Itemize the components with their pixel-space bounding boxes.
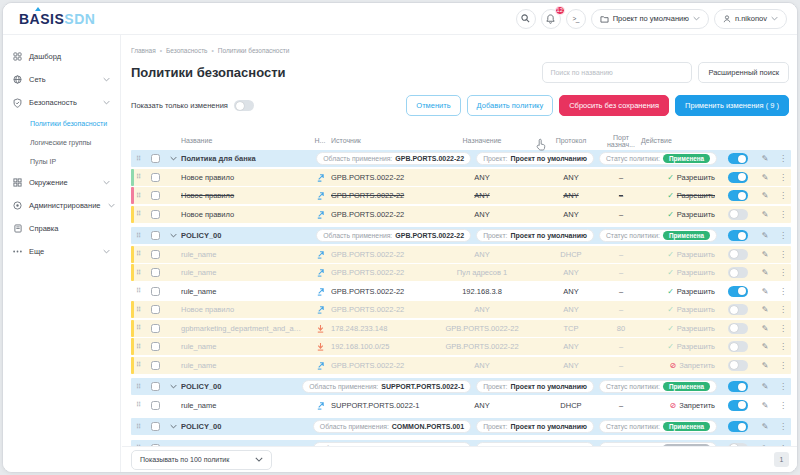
drag-handle[interactable]: ⠿ [131, 232, 145, 240]
breadcrumb-home[interactable]: Главная [131, 47, 156, 54]
row-enable-toggle[interactable] [728, 209, 748, 220]
sidebar-subitem-3-2[interactable]: Логические группы [3, 133, 120, 152]
row-enable-toggle[interactable] [728, 304, 748, 315]
row-menu-icon[interactable]: ⋮ [775, 268, 791, 277]
show-changes-toggle[interactable] [234, 100, 254, 111]
edit-pencil-icon[interactable]: ✎ [755, 324, 775, 333]
expand-chevron-icon[interactable] [165, 156, 181, 161]
sidebar-subitem-3-3[interactable]: Пулы IP [3, 152, 120, 171]
column-header-source[interactable]: Источник [331, 137, 423, 144]
sidebar-item-5[interactable]: Администрирование [3, 194, 120, 217]
column-header-destination[interactable]: Назначение [423, 137, 541, 144]
row-menu-icon[interactable]: ⋮ [775, 342, 791, 351]
row-checkbox[interactable] [151, 191, 160, 200]
row-enable-toggle[interactable] [728, 249, 748, 260]
row-menu-icon[interactable]: ⋮ [775, 324, 791, 333]
edit-pencil-icon[interactable]: ✎ [755, 173, 775, 182]
project-selector[interactable]: Проект по умолчанию [591, 9, 709, 29]
row-menu-icon[interactable]: ⋮ [775, 382, 791, 391]
notifications-button[interactable]: 12 [541, 9, 561, 29]
edit-pencil-icon[interactable]: ✎ [755, 154, 775, 163]
row-menu-icon[interactable]: ⋮ [775, 305, 791, 314]
user-menu[interactable]: n.nikonov [714, 9, 787, 29]
row-checkbox[interactable] [151, 287, 160, 296]
edit-pencil-icon[interactable]: ✎ [755, 342, 775, 351]
sidebar-item-2[interactable]: Сеть [3, 68, 120, 91]
row-enable-toggle[interactable] [728, 381, 748, 392]
row-enable-toggle[interactable] [728, 286, 748, 297]
edit-pencil-icon[interactable]: ✎ [755, 231, 775, 240]
search-input[interactable] [542, 62, 692, 83]
edit-pencil-icon[interactable]: ✎ [755, 382, 775, 391]
row-menu-icon[interactable]: ⋮ [775, 231, 791, 240]
column-header-name[interactable]: Название [181, 137, 309, 144]
apply-button[interactable]: Применить изменения ( 9 ) [675, 95, 789, 116]
drag-handle[interactable]: ⠿ [131, 383, 145, 391]
drag-handle[interactable]: ⠿ [131, 423, 145, 431]
row-checkbox[interactable] [151, 268, 160, 277]
cancel-button[interactable]: Отменить [406, 95, 460, 116]
row-checkbox[interactable] [151, 231, 160, 240]
edit-pencil-icon[interactable]: ✎ [755, 305, 775, 314]
drag-handle[interactable]: ⠿ [131, 287, 145, 295]
edit-pencil-icon[interactable]: ✎ [755, 422, 775, 431]
search-button[interactable] [516, 9, 536, 29]
row-checkbox[interactable] [151, 305, 160, 314]
drag-handle[interactable]: ⠿ [131, 401, 145, 409]
edit-pencil-icon[interactable]: ✎ [755, 210, 775, 219]
edit-pencil-icon[interactable]: ✎ [755, 287, 775, 296]
row-enable-toggle[interactable] [728, 323, 748, 334]
edit-pencil-icon[interactable]: ✎ [755, 268, 775, 277]
row-checkbox[interactable] [151, 324, 160, 333]
row-checkbox[interactable] [151, 154, 160, 163]
sidebar-subitem-3-1[interactable]: Политики безопасности [3, 114, 120, 133]
row-menu-icon[interactable]: ⋮ [775, 287, 791, 296]
pagination-page-1[interactable]: 1 [774, 452, 789, 467]
row-checkbox[interactable] [151, 422, 160, 431]
sidebar-item-1[interactable]: Дашборд [3, 45, 120, 68]
row-menu-icon[interactable]: ⋮ [775, 154, 791, 163]
row-checkbox[interactable] [151, 382, 160, 391]
row-menu-icon[interactable]: ⋮ [775, 173, 791, 182]
expand-chevron-icon[interactable] [165, 233, 181, 238]
row-checkbox[interactable] [151, 361, 160, 370]
reset-button[interactable]: Сбросить без сохранения [559, 95, 669, 116]
row-menu-icon[interactable]: ⋮ [775, 191, 791, 200]
row-enable-toggle[interactable] [728, 400, 748, 411]
row-menu-icon[interactable]: ⋮ [775, 401, 791, 410]
row-menu-icon[interactable]: ⋮ [775, 210, 791, 219]
row-enable-toggle[interactable] [728, 172, 748, 183]
edit-pencil-icon[interactable]: ✎ [755, 401, 775, 410]
edit-pencil-icon[interactable]: ✎ [755, 361, 775, 370]
column-header-action[interactable]: Действие [641, 137, 721, 144]
row-enable-toggle[interactable] [728, 230, 748, 241]
row-menu-icon[interactable]: ⋮ [775, 422, 791, 431]
expand-chevron-icon[interactable] [165, 384, 181, 389]
drag-handle[interactable]: ⠿ [131, 155, 145, 163]
sidebar-item-7[interactable]: Еще [3, 240, 120, 263]
row-enable-toggle[interactable] [728, 341, 748, 352]
edit-pencil-icon[interactable]: ✎ [755, 191, 775, 200]
terminal-button[interactable]: >_ [566, 9, 586, 29]
column-header-port[interactable]: Порт назнач... [601, 134, 641, 148]
row-checkbox[interactable] [151, 210, 160, 219]
row-checkbox[interactable] [151, 401, 160, 410]
row-checkbox[interactable] [151, 342, 160, 351]
row-enable-toggle[interactable] [728, 153, 748, 164]
row-enable-toggle[interactable] [728, 190, 748, 201]
add-policy-button[interactable]: Добавить политику [467, 95, 554, 116]
breadcrumb-security[interactable]: Безопасность [166, 47, 207, 54]
row-menu-icon[interactable]: ⋮ [775, 250, 791, 259]
row-checkbox[interactable] [151, 173, 160, 182]
page-size-select[interactable]: Показывать по 100 политик [131, 450, 272, 470]
sidebar-item-3[interactable]: Безопасность [3, 91, 120, 114]
expand-chevron-icon[interactable] [165, 424, 181, 429]
column-header-protocol[interactable]: Протокол [541, 137, 601, 144]
row-checkbox[interactable] [151, 250, 160, 259]
row-menu-icon[interactable]: ⋮ [775, 361, 791, 370]
advanced-search-button[interactable]: Расширенный поиск [698, 62, 789, 83]
row-enable-toggle[interactable] [728, 267, 748, 278]
sidebar-item-4[interactable]: Окружение [3, 171, 120, 194]
column-header-direction[interactable]: Н... [309, 137, 331, 144]
row-enable-toggle[interactable] [728, 360, 748, 371]
